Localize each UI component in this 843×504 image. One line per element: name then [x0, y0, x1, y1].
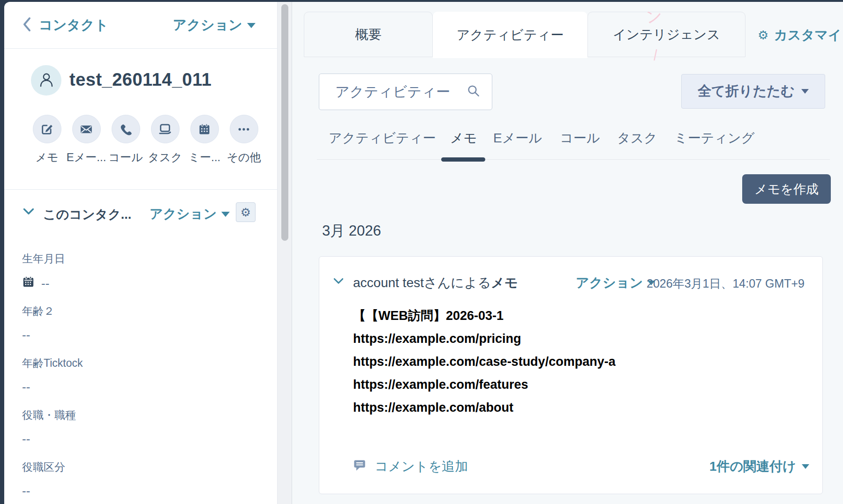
tab-activities[interactable]: アクティビティー: [433, 12, 587, 58]
more-icon[interactable]: [230, 115, 258, 143]
contact-name: test_260114_011: [69, 70, 211, 90]
tab-intelligence[interactable]: インテリジェンス: [587, 12, 745, 57]
note-icon[interactable]: [33, 115, 61, 143]
section-actions-dropdown[interactable]: アクション: [150, 205, 230, 223]
divider: [4, 48, 277, 49]
note-body-line: https://example.com/features: [353, 373, 616, 396]
field-job-title: 役職・職種 --: [22, 408, 76, 446]
left-frame: [0, 0, 4, 504]
field-value[interactable]: --: [22, 484, 65, 498]
tab-overview[interactable]: 概要: [304, 12, 433, 57]
field-label: 役職区分: [22, 460, 65, 474]
filter-tab-activities[interactable]: アクティビティー: [329, 129, 436, 147]
person-icon: [38, 71, 55, 90]
field-birthday: 生年月日 --: [22, 252, 65, 291]
field-value[interactable]: --: [22, 275, 65, 291]
comment-icon: [353, 459, 366, 475]
note-body-line: https://example.com/pricing: [353, 327, 616, 350]
contact-record-page: コンタクト アクション test_260114_011: [0, 0, 843, 504]
note-body-line: 【【WEB訪問】2026-03-1: [353, 304, 616, 327]
note-card-footer: コメントを追加 1件の関連付け: [353, 456, 809, 477]
contact-actions-dropdown[interactable]: アクション: [173, 16, 256, 35]
search-icon: [467, 84, 481, 100]
note-body-line: https://example.com/about: [353, 396, 616, 419]
task-icon[interactable]: [151, 115, 180, 143]
search-placeholder: アクティビティー: [335, 82, 467, 102]
quick-action-note[interactable]: メモ: [27, 115, 67, 165]
meeting-icon[interactable]: [190, 115, 219, 143]
calendar-icon: [22, 275, 35, 291]
divider: [4, 189, 277, 190]
field-age-ticktock: 年齢Ticktock --: [22, 356, 83, 394]
add-comment-button[interactable]: コメントを追加: [353, 458, 468, 475]
section-settings-button[interactable]: ⚙: [236, 202, 256, 222]
filter-tab-tasks[interactable]: タスク: [617, 129, 657, 147]
timeline-month-heading: 3月 2026: [322, 221, 381, 241]
filter-tab-emails[interactable]: Eメール: [493, 129, 542, 147]
scrollbar-thumb[interactable]: [281, 4, 288, 241]
quick-actions-row: メモ Eメー... コール: [27, 115, 263, 165]
quick-action-task[interactable]: タスク: [145, 115, 185, 165]
note-body-line: https://example.com/case-study/company-a: [353, 350, 616, 373]
active-filter-indicator: [441, 157, 485, 162]
field-label: 年齢Ticktock: [22, 356, 83, 371]
gear-icon: ⚙: [241, 206, 251, 219]
caret-down-icon: [801, 89, 809, 94]
field-job-category: 役職区分 --: [22, 460, 65, 498]
chevron-down-icon[interactable]: [23, 208, 34, 217]
back-chevron-icon: [22, 17, 31, 34]
main-panel: 概要 アクティビティー インテリジェンス ン | ⚙ カスタマイ アクティビティ…: [292, 2, 843, 504]
call-icon[interactable]: [112, 115, 140, 143]
quick-action-meeting[interactable]: ミー...: [185, 115, 224, 165]
caret-down-icon: [802, 464, 809, 469]
note-timestamp: 2026年3月1日、14:07 GMT+9: [647, 276, 805, 291]
about-contact-section-header: このコンタク... アクション ⚙: [22, 203, 258, 225]
actions-label: アクション: [173, 16, 242, 35]
field-label: 年齢２: [22, 304, 54, 319]
sidebar-header: コンタクト アクション: [22, 16, 258, 35]
gear-icon: ⚙: [758, 28, 768, 43]
filter-tab-notes[interactable]: メモ: [450, 129, 477, 147]
field-age2: 年齢２ --: [22, 304, 54, 342]
quick-action-email[interactable]: Eメー...: [67, 115, 106, 165]
email-icon[interactable]: [72, 115, 101, 143]
contact-sidebar: コンタクト アクション test_260114_011: [4, 2, 278, 504]
note-card-title[interactable]: account testさんによるメモ: [353, 274, 518, 292]
top-frame: [0, 0, 843, 2]
avatar: [31, 65, 61, 96]
caret-down-icon: [221, 212, 230, 217]
associations-dropdown[interactable]: 1件の関連付け: [709, 458, 809, 475]
back-to-contacts-link[interactable]: コンタクト: [22, 16, 108, 35]
section-title[interactable]: このコンタク...: [43, 206, 131, 223]
caret-down-icon: [247, 23, 256, 28]
field-label: 役職・職種: [22, 408, 76, 422]
collapse-all-button[interactable]: 全て折りたたむ: [681, 74, 825, 109]
sidebar-scrollbar: [278, 2, 292, 504]
create-note-button[interactable]: メモを作成: [742, 174, 831, 204]
field-value[interactable]: --: [22, 328, 54, 342]
note-actions-dropdown[interactable]: アクション: [576, 274, 655, 292]
note-card: account testさんによるメモ アクション 2026年3月1日、14:0…: [319, 256, 823, 494]
customize-button[interactable]: ⚙ カスタマイ: [758, 26, 842, 44]
field-label: 生年月日: [22, 252, 65, 266]
filter-tab-meetings[interactable]: ミーティング: [674, 129, 754, 147]
filter-tab-calls[interactable]: コール: [560, 129, 600, 147]
chevron-down-icon[interactable]: [333, 278, 344, 286]
field-value[interactable]: --: [22, 432, 76, 446]
field-value[interactable]: --: [22, 380, 83, 394]
back-link-label: コンタクト: [39, 16, 108, 35]
activity-search-input[interactable]: アクティビティー: [319, 74, 492, 110]
quick-action-more[interactable]: その他: [224, 115, 263, 165]
quick-action-call[interactable]: コール: [106, 115, 145, 165]
filter-tabs-divider: [317, 159, 830, 160]
note-body[interactable]: 【【WEB訪問】2026-03-1 https://example.com/pr…: [353, 304, 616, 419]
